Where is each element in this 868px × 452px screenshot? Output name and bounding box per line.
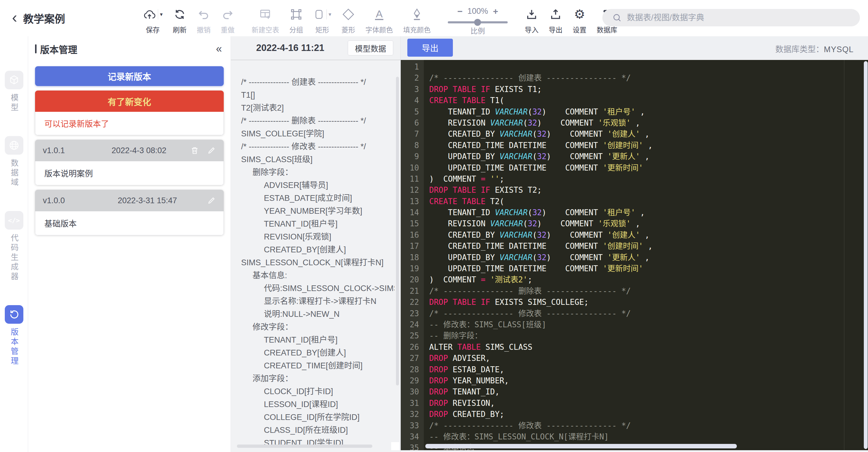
diff-line: CLASS_ID[所在班级ID] — [241, 424, 395, 437]
settings-button[interactable]: ⚙ 设置 — [573, 1, 586, 34]
toolbar: ▾ 保存 刷新 撤销 重做 — [138, 1, 622, 36]
nav-item-model[interactable]: 模型 — [5, 71, 23, 113]
redo-button[interactable]: 重做 — [221, 1, 235, 34]
diff-line: SIMS_COLLEGE[学院] — [241, 128, 395, 140]
history-icon — [5, 305, 23, 324]
editor-horizontal-scrollbar[interactable] — [425, 444, 737, 448]
code-line: TENANT_ID VARCHAR(32) COMMENT '租户号' , — [429, 207, 864, 218]
version-card-header[interactable]: v1.0.1 2022-4-3 08:02 — [35, 140, 224, 161]
line-number: 34 — [401, 431, 424, 443]
new-table-icon — [259, 8, 272, 21]
editor-bottom-track — [401, 450, 868, 452]
diff-line: SIMS_CLASS[班级] — [241, 153, 395, 166]
fill-color-label: 填充颜色 — [403, 24, 431, 34]
version-card: v1.0.0 2022-3-31 15:47 基础版本 — [35, 190, 224, 235]
cube-icon — [5, 71, 23, 89]
sql-code-editor[interactable]: 1234567891011121314151617181920212223242… — [401, 60, 868, 452]
line-number: 4 — [401, 95, 424, 106]
code-line: TENANT_ID VARCHAR(32) COMMENT '租户号' , — [429, 106, 864, 117]
nav-item-data-domain[interactable]: 数据域 — [5, 136, 23, 188]
diff-line: CREATED_BY[创建人] — [241, 244, 395, 256]
code-line: /* --------------- 修改表 --------------- *… — [429, 420, 864, 431]
line-number: 28 — [401, 364, 424, 375]
code-line: ) COMMENT = ''; — [429, 173, 864, 185]
version-note: 基础版本 — [35, 211, 224, 235]
divider — [158, 9, 158, 20]
new-changes-banner[interactable]: 有了新变化 — [35, 90, 224, 112]
top-bar: ‹ 教学案例 ▾ 保存 刷新 — [0, 0, 868, 36]
code-line: CREATED_BY VARCHAR(32) COMMENT '创建人' , — [429, 129, 864, 140]
back-chevron-icon[interactable]: ‹ — [12, 9, 17, 25]
diff-line: 删除字段： — [241, 166, 395, 179]
record-new-version-button[interactable]: 记录新版本 — [35, 66, 224, 86]
line-number: 10 — [401, 163, 424, 173]
line-number: 11 — [401, 173, 424, 185]
version-tag: v1.0.0 — [43, 196, 88, 205]
code-line: UPDATED_BY VARCHAR(32) COMMENT '更新人' , — [429, 151, 864, 162]
group-button[interactable]: 分组 — [289, 1, 303, 34]
model-data-button[interactable]: 模型数据 — [348, 40, 393, 55]
diff-line: 修改字段： — [241, 321, 395, 334]
version-card-header[interactable]: v1.0.0 2022-3-31 15:47 — [35, 190, 224, 211]
save-label: 保存 — [146, 24, 160, 34]
version-panel-title: 版本管理 — [35, 42, 77, 56]
diff-line: T2[测试表2] — [241, 102, 395, 114]
line-number: 27 — [401, 353, 424, 364]
zoom-out-button[interactable]: − — [457, 6, 463, 17]
fill-color-button[interactable]: 填充颜色 — [403, 1, 431, 34]
search-input[interactable] — [626, 13, 857, 23]
save-button[interactable]: ▾ 保存 — [143, 1, 163, 34]
diff-panel-header: 2022-4-16 11:21 模型数据 — [231, 36, 400, 60]
diamond-button[interactable]: 菱形 — [341, 1, 355, 34]
line-number: 32 — [401, 409, 424, 420]
import-button[interactable]: 导入 — [525, 1, 538, 34]
line-number: 7 — [401, 129, 424, 140]
nav-item-version-management[interactable]: 版本管理 — [5, 305, 23, 366]
editor-vertical-scrollbar[interactable] — [864, 61, 868, 449]
code-lines: /* --------------- 创建表 --------------- *… — [424, 60, 864, 452]
trash-icon[interactable] — [190, 146, 199, 155]
diff-line: /* --------------- 删除表 --------------- *… — [241, 114, 395, 128]
line-number: 31 — [401, 398, 424, 409]
chevron-down-icon[interactable]: ▾ — [329, 12, 331, 17]
diff-line: 代码:SIMS_LESSON_CLOCK->SIMS_LESSON_CLOCK_… — [241, 282, 395, 295]
code-line: CREATE TABLE T2( — [429, 196, 864, 207]
pencil-icon[interactable] — [207, 146, 216, 155]
undo-button[interactable]: 撤销 — [197, 1, 211, 34]
diff-horizontal-scrollbar[interactable] — [237, 445, 372, 448]
export-sql-button[interactable]: 导出 — [407, 39, 453, 57]
code-panel: 导出 数据库类型：MYSQL 1234567891011121314151617… — [401, 36, 868, 452]
rectangle-icon — [313, 8, 325, 21]
db-type-label: 数据库类型： — [775, 45, 824, 54]
globe-icon — [5, 136, 23, 155]
font-color-button[interactable]: A 字体颜色 — [365, 1, 393, 34]
export-label: 导出 — [549, 24, 562, 34]
diff-line: ADVISER[辅导员] — [241, 179, 395, 192]
diff-timestamp: 2022-4-16 11:21 — [231, 36, 349, 60]
zoom-in-button[interactable]: + — [493, 6, 498, 17]
rectangle-button[interactable]: ▾ 矩形 — [313, 1, 331, 34]
rectangle-label: 矩形 — [315, 24, 329, 34]
search-box — [602, 9, 860, 26]
diff-line: REVISION[乐观锁] — [241, 230, 395, 244]
diff-vertical-scrollbar[interactable] — [396, 77, 399, 386]
pencil-icon[interactable] — [207, 196, 216, 205]
nav-item-code-generator[interactable]: </> 代码生成器 — [5, 211, 23, 282]
new-table-button[interactable]: 新建空表 — [252, 1, 279, 34]
collapse-panel-icon[interactable]: « — [216, 43, 222, 55]
page-title: 教学案例 — [23, 10, 65, 26]
zoom-slider-thumb[interactable] — [474, 19, 481, 26]
version-tag: v1.0.1 — [43, 146, 88, 155]
group-icon — [290, 8, 303, 21]
code-line: DROP REVISION, — [429, 398, 864, 409]
diff-line: 基本信息: — [241, 269, 395, 282]
version-panel: 版本管理 « 记录新版本 有了新变化 可以记录新版本了 v1.0.1 2022-… — [28, 36, 231, 452]
chevron-down-icon[interactable]: ▾ — [160, 12, 163, 17]
diff-line: ESTAB_DATE[成立时间] — [241, 192, 395, 205]
code-line: DROP ADVISER, — [429, 353, 864, 364]
zoom-slider-track[interactable] — [448, 21, 508, 23]
export-button-toolbar[interactable]: 导出 — [549, 1, 562, 34]
refresh-button[interactable]: 刷新 — [173, 1, 187, 34]
code-line: CREATED_BY VARCHAR(32) COMMENT '创建人' , — [429, 230, 864, 241]
refresh-label: 刷新 — [173, 24, 187, 34]
